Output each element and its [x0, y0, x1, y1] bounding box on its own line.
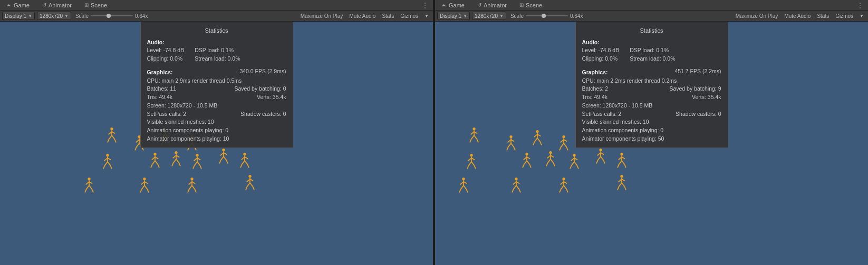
display-arrow: ▼: [28, 14, 32, 18]
svg-point-160: [549, 151, 552, 154]
svg-line-194: [460, 182, 464, 184]
gizmos-button[interactable]: Gizmos: [833, 13, 855, 19]
scale-slider[interactable]: [526, 15, 568, 16]
svg-line-115: [474, 132, 477, 134]
svg-line-62: [197, 162, 200, 165]
gizmos-button[interactable]: Gizmos: [398, 13, 420, 19]
svg-line-51: [176, 155, 179, 158]
svg-line-178: [597, 153, 601, 155]
fps-value: 340.0 FPS (2.9ms): [239, 67, 286, 76]
resolution-select[interactable]: 1280x720▼: [37, 12, 71, 20]
tab-animator[interactable]: ↺Animator: [473, 1, 511, 9]
svg-line-111: [253, 187, 254, 190]
scale-label: Scale: [510, 13, 524, 19]
svg-line-156: [524, 161, 527, 164]
character-figure: [169, 151, 184, 168]
scale-slider-container[interactable]: 0.64x: [526, 13, 583, 19]
gizmos-arrow[interactable]: ▼: [422, 13, 431, 19]
gizmos-arrow[interactable]: ▼: [857, 13, 866, 19]
svg-line-43: [155, 157, 158, 159]
svg-line-203: [516, 182, 519, 184]
scale-value: 0.64x: [135, 13, 148, 19]
tab-animator[interactable]: ↺Animator: [38, 1, 76, 9]
svg-line-187: [622, 157, 625, 159]
audio-row: Level: -74.8 dB Clipping: 0.0% DSP load:…: [147, 46, 286, 63]
svg-line-213: [560, 189, 561, 192]
tab-more-button[interactable]: ⋮: [854, 1, 866, 9]
svg-point-216: [620, 175, 623, 178]
svg-line-54: [176, 159, 179, 163]
svg-line-94: [144, 185, 147, 189]
svg-line-61: [193, 165, 195, 169]
svg-line-172: [572, 162, 574, 165]
character-figure: [100, 153, 115, 170]
svg-point-208: [562, 178, 565, 180]
svg-line-68: [221, 156, 224, 160]
display-select[interactable]: Display 1▼: [437, 12, 470, 20]
svg-line-59: [197, 158, 200, 160]
tris-row: Tris: 49.4k Verts: 35.4k: [582, 93, 721, 102]
svg-line-58: [194, 158, 197, 161]
svg-line-100: [189, 185, 192, 189]
svg-line-158: [527, 161, 529, 164]
stats-button[interactable]: Stats: [815, 13, 831, 19]
batches: Batches: 2: [582, 85, 609, 93]
panels-container: ⏶Game↺Animator⊞Scene⋮Display 1▼1280x720▼…: [0, 0, 868, 265]
svg-point-72: [243, 153, 246, 155]
toolbar: Display 1▼1280x720▼Scale0.64xMaximize On…: [0, 11, 433, 22]
graphics-label: Graphics:: [147, 68, 173, 77]
tab-more-button[interactable]: ⋮: [419, 1, 431, 9]
visible-skinned-row: Visible skinned meshes: 10: [147, 118, 286, 126]
svg-line-2: [109, 132, 112, 134]
maximize-on-play-button[interactable]: Maximize On Play: [734, 13, 780, 19]
tab-game[interactable]: ⏶Game: [2, 1, 34, 9]
svg-point-32: [106, 154, 109, 156]
svg-point-136: [562, 135, 565, 138]
audio-clipping: Clipping: 0.0%: [582, 55, 620, 63]
svg-point-168: [573, 154, 575, 156]
svg-line-108: [247, 183, 250, 187]
panel-left: ⏶Game↺Animator⊞Scene⋮Display 1▼1280x720▼…: [0, 0, 433, 265]
game-viewport: Statistics Audio: Level: -74.8 dB Clippi…: [435, 22, 868, 265]
svg-line-101: [188, 189, 189, 192]
svg-point-96: [190, 178, 193, 180]
svg-line-149: [467, 165, 469, 169]
maximize-on-play-button[interactable]: Maximize On Play: [298, 13, 345, 19]
svg-line-124: [508, 143, 511, 147]
scale-slider-container[interactable]: 0.64x: [91, 13, 148, 19]
mute-audio-button[interactable]: Mute Audio: [347, 13, 378, 19]
display-label: Display 1: [5, 13, 26, 19]
tab-animator-label: Animator: [49, 2, 72, 8]
svg-line-212: [561, 185, 564, 189]
svg-line-44: [152, 161, 155, 164]
tab-animator-label: Animator: [484, 2, 507, 8]
tab-scene[interactable]: ⊞Scene: [515, 1, 546, 9]
svg-line-91: [144, 182, 148, 184]
svg-point-0: [110, 127, 113, 130]
character-figure: [464, 153, 479, 170]
svg-point-64: [222, 149, 225, 151]
svg-line-210: [561, 182, 564, 184]
tab-game[interactable]: ⏶Game: [437, 1, 469, 9]
scale-slider-thumb: [107, 14, 111, 18]
tris: Tris: 49.4k: [582, 93, 608, 102]
display-select[interactable]: Display 1▼: [2, 12, 35, 20]
scale-slider[interactable]: [91, 15, 133, 16]
resolution-select[interactable]: 1280x720▼: [472, 12, 506, 20]
svg-line-220: [619, 183, 622, 187]
svg-line-85: [85, 189, 86, 192]
audio-dsp: DSP load: 0.1%: [195, 46, 240, 55]
animation-components-row: Animation components playing: 0: [582, 126, 721, 135]
cpu-row: CPU: main 2.2ms render thread 0.2ms: [582, 77, 721, 85]
svg-line-103: [195, 189, 196, 192]
stats-button[interactable]: Stats: [380, 13, 396, 19]
svg-line-191: [624, 164, 626, 168]
screen-row: Screen: 1280x720 - 10.5 MB: [582, 102, 721, 110]
svg-line-123: [511, 140, 514, 142]
tab-scene[interactable]: ⊞Scene: [80, 1, 111, 9]
character-figure: [82, 177, 97, 194]
mute-audio-button[interactable]: Mute Audio: [782, 13, 813, 19]
character-figure: [567, 153, 582, 170]
animator-components-row: Animator components playing: 10: [147, 135, 286, 143]
svg-line-86: [89, 185, 92, 189]
